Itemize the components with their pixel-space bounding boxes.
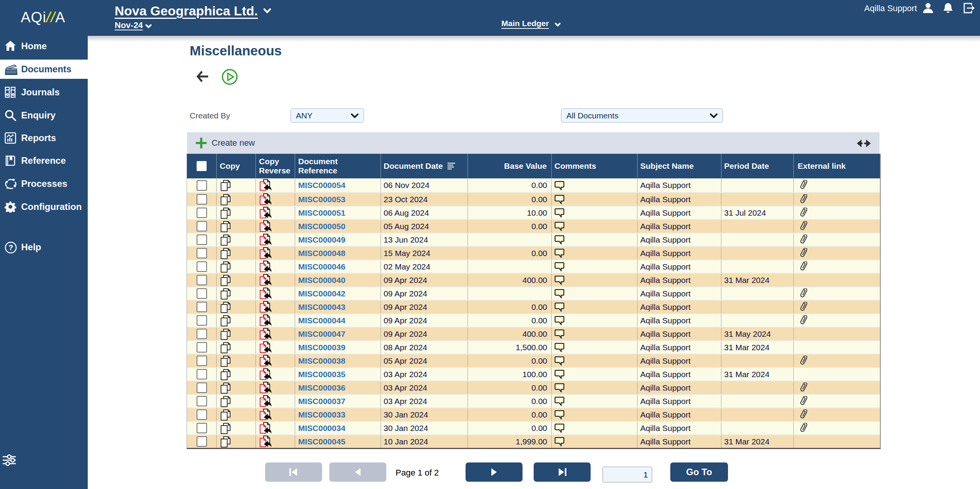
svg-text:?: ? (8, 243, 13, 252)
